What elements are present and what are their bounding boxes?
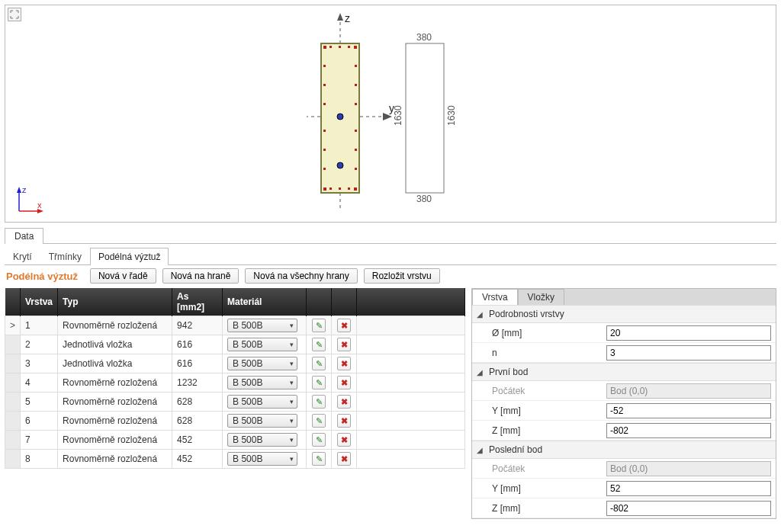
cell-typ[interactable]: Rovnoměrně rozložená [58,393,172,412]
cell-material[interactable]: B 500B▾ [223,335,307,354]
table-row[interactable]: 6Rovnoměrně rozložená628B 500B▾✎✖ [5,412,465,431]
material-dropdown[interactable]: B 500B▾ [227,452,297,466]
tab-data[interactable]: Data [5,228,43,244]
table-row[interactable]: 7Rovnoměrně rozložená452B 500B▾✎✖ [5,431,465,450]
chevron-down-icon: ▾ [290,436,294,444]
cell-typ[interactable]: Rovnoměrně rozložená [58,450,172,469]
table-row[interactable]: >1Rovnoměrně rozložená942B 500B▾✎✖ [5,316,465,335]
input-z-last[interactable] [606,501,771,516]
cell-material[interactable]: B 500B▾ [223,393,307,412]
cell-typ[interactable]: Rovnoměrně rozložená [58,316,172,335]
group-prvni-bod[interactable]: ◢ První bod [472,363,776,381]
tab-trminky[interactable]: Třmínky [40,248,90,265]
btn-nova-v-rade[interactable]: Nová v řadě [90,268,156,284]
cell-vrstva[interactable]: 7 [21,431,58,450]
cell-typ[interactable]: Jednotlivá vložka [58,335,172,354]
group-podrobnosti[interactable]: ◢ Podrobnosti vrstvy [472,305,776,323]
delete-row-button[interactable]: ✖ [337,319,351,332]
cross-section-viewport[interactable]: z y [5,5,776,223]
cell-material[interactable]: B 500B▾ [223,373,307,393]
row-indicator [5,335,21,354]
input-diameter[interactable] [606,325,771,341]
cell-vrstva[interactable]: 3 [21,354,58,373]
reinforcement-grid[interactable]: Vrstva Typ As [mm2] Materiál >1Rovnoměrn… [5,288,465,519]
edit-material-button[interactable]: ✎ [312,338,326,351]
table-row[interactable]: 8Rovnoměrně rozložená452B 500B▾✎✖ [5,450,465,469]
row-indicator [5,431,21,450]
btn-rozlozit-vrstvu[interactable]: Rozložit vrstvu [364,268,440,284]
fullscreen-button[interactable] [8,8,21,21]
cell-material[interactable]: B 500B▾ [223,412,307,431]
tab-vlozky[interactable]: Vložky [518,289,564,305]
cell-edit: ✎ [307,412,332,431]
delete-row-button[interactable]: ✖ [337,414,351,428]
input-n[interactable] [606,345,771,361]
cell-vrstva[interactable]: 8 [21,450,58,469]
group-posledni-bod[interactable]: ◢ Poslední bod [472,441,776,459]
edit-material-button[interactable]: ✎ [312,433,326,447]
table-row[interactable]: 5Rovnoměrně rozložená628B 500B▾✎✖ [5,393,465,412]
cell-vrstva[interactable]: 4 [21,373,58,393]
delete-row-button[interactable]: ✖ [337,357,351,370]
cell-as[interactable]: 452 [172,431,223,450]
table-row[interactable]: 4Rovnoměrně rozložená1232B 500B▾✎✖ [5,373,465,393]
cell-as[interactable]: 616 [172,354,223,373]
tab-podelna-vyztuz[interactable]: Podélná výztuž [90,248,169,265]
cell-vrstva[interactable]: 5 [21,393,58,412]
tab-kryti[interactable]: Krytí [5,248,40,265]
group-label: Podrobnosti vrstvy [489,309,564,319]
row-indicator: > [5,316,21,335]
edit-material-button[interactable]: ✎ [312,395,326,409]
axis-indicator: z x [13,184,47,217]
edit-material-button[interactable]: ✎ [312,319,326,332]
cell-typ[interactable]: Jednotlivá vložka [58,354,172,373]
material-dropdown[interactable]: B 500B▾ [227,357,297,370]
subtabs: Krytí Třmínky Podélná výztuž [5,247,776,265]
material-dropdown[interactable]: B 500B▾ [227,414,297,428]
cell-material[interactable]: B 500B▾ [223,354,307,373]
tab-vrstva[interactable]: Vrstva [472,289,518,305]
material-dropdown[interactable]: B 500B▾ [227,433,297,447]
cell-as[interactable]: 628 [172,393,223,412]
table-row[interactable]: 2Jednotlivá vložka616B 500B▾✎✖ [5,335,465,354]
cell-vrstva[interactable]: 6 [21,412,58,431]
col-material[interactable]: Materiál [223,288,307,316]
edit-material-button[interactable]: ✎ [312,414,326,428]
col-typ[interactable]: Typ [58,288,172,316]
delete-row-button[interactable]: ✖ [337,452,351,466]
cell-vrstva[interactable]: 2 [21,335,58,354]
svg-rect-22 [355,103,357,105]
btn-nova-na-vsechny-hrany[interactable]: Nová na všechny hrany [245,268,357,284]
cell-typ[interactable]: Rovnoměrně rozložená [58,373,172,393]
input-z-first[interactable] [606,423,771,438]
material-dropdown[interactable]: B 500B▾ [227,395,297,409]
cell-edit: ✎ [307,450,332,469]
delete-row-button[interactable]: ✖ [337,433,351,447]
material-dropdown[interactable]: B 500B▾ [227,376,297,389]
delete-row-button[interactable]: ✖ [337,376,351,389]
edit-material-button[interactable]: ✎ [312,357,326,370]
table-row[interactable]: 3Jednotlivá vložka616B 500B▾✎✖ [5,354,465,373]
edit-material-button[interactable]: ✎ [312,452,326,466]
input-y-first[interactable] [606,403,771,418]
cell-material[interactable]: B 500B▾ [223,431,307,450]
delete-row-button[interactable]: ✖ [337,395,351,409]
cell-as[interactable]: 616 [172,335,223,354]
cell-as[interactable]: 1232 [172,373,223,393]
col-as[interactable]: As [mm2] [172,288,223,316]
cell-vrstva[interactable]: 1 [21,316,58,335]
input-y-last[interactable] [606,481,771,496]
delete-row-button[interactable]: ✖ [337,338,351,351]
cell-typ[interactable]: Rovnoměrně rozložená [58,431,172,450]
cell-material[interactable]: B 500B▾ [223,450,307,469]
cell-as[interactable]: 942 [172,316,223,335]
edit-material-button[interactable]: ✎ [312,376,326,389]
cell-material[interactable]: B 500B▾ [223,316,307,335]
btn-nova-na-hrane[interactable]: Nová na hraně [162,268,239,284]
material-dropdown[interactable]: B 500B▾ [227,338,297,351]
col-vrstva[interactable]: Vrstva [21,288,58,316]
cell-as[interactable]: 628 [172,412,223,431]
cell-as[interactable]: 452 [172,450,223,469]
material-dropdown[interactable]: B 500B▾ [227,319,297,332]
cell-typ[interactable]: Rovnoměrně rozložená [58,412,172,431]
